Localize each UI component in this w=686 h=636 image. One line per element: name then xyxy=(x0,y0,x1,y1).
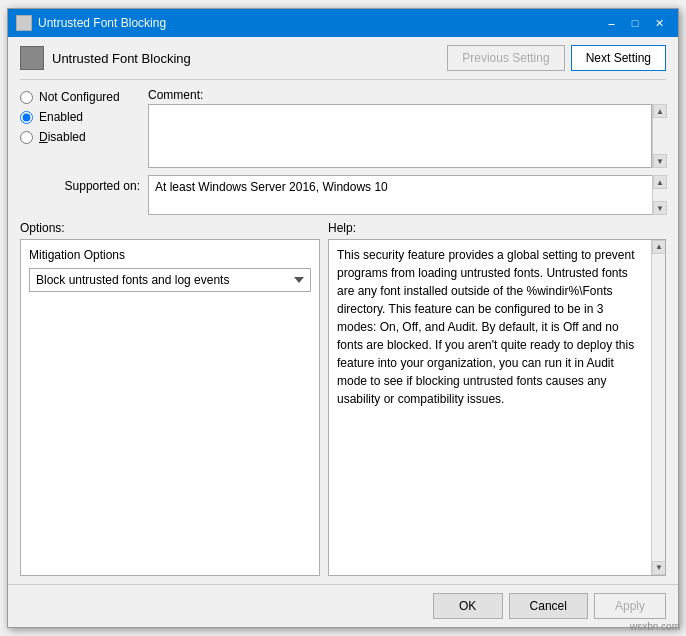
close-button[interactable]: ✕ xyxy=(648,13,670,33)
title-bar: Untrusted Font Blocking ‒ □ ✕ xyxy=(8,9,678,37)
minimize-button[interactable]: ‒ xyxy=(600,13,622,33)
window-icon xyxy=(16,15,32,31)
header-row: Untrusted Font Blocking Previous Setting… xyxy=(20,45,666,80)
ok-button[interactable]: OK xyxy=(433,593,503,619)
help-scroll-up[interactable]: ▲ xyxy=(652,240,666,254)
comment-scrollbar: ▲ ▼ xyxy=(652,104,666,168)
mitigation-label: Mitigation Options xyxy=(29,248,311,262)
apply-button[interactable]: Apply xyxy=(594,593,666,619)
radio-disabled-input[interactable] xyxy=(20,131,33,144)
supported-value-box: At least Windows Server 2016, Windows 10 xyxy=(148,175,666,215)
next-setting-button[interactable]: Next Setting xyxy=(571,45,666,71)
radio-not-configured-input[interactable] xyxy=(20,91,33,104)
watermark: wsxbn.com xyxy=(630,621,680,632)
footer: OK Cancel Apply xyxy=(8,584,678,627)
policy-header-icon xyxy=(20,46,44,70)
help-scroll-down[interactable]: ▼ xyxy=(652,561,666,575)
previous-setting-button[interactable]: Previous Setting xyxy=(447,45,564,71)
radio-not-configured[interactable]: Not Configured xyxy=(20,90,140,104)
content-area: Untrusted Font Blocking Previous Setting… xyxy=(8,37,678,584)
radio-disabled[interactable]: Disabled xyxy=(20,130,140,144)
supported-scroll-down[interactable]: ▼ xyxy=(653,201,667,215)
window-controls: ‒ □ ✕ xyxy=(600,13,670,33)
options-section-label: Options: xyxy=(20,221,320,235)
header-buttons: Previous Setting Next Setting xyxy=(447,45,666,71)
comment-label: Comment: xyxy=(148,88,666,102)
radio-enabled-input[interactable] xyxy=(20,111,33,124)
supported-value: At least Windows Server 2016, Windows 10 xyxy=(155,180,388,194)
bottom-panels: Mitigation Options Block untrusted fonts… xyxy=(20,239,666,576)
supported-scroll-up[interactable]: ▲ xyxy=(653,175,667,189)
help-text: This security feature provides a global … xyxy=(337,246,657,408)
help-scrollbar: ▲ ▼ xyxy=(651,240,665,575)
cancel-button[interactable]: Cancel xyxy=(509,593,588,619)
supported-label: Supported on: xyxy=(20,175,140,193)
maximize-button[interactable]: □ xyxy=(624,13,646,33)
comment-textarea[interactable] xyxy=(148,104,652,168)
help-section-label: Help: xyxy=(328,221,666,235)
radio-enabled[interactable]: Enabled xyxy=(20,110,140,124)
radio-not-configured-label: Not Configured xyxy=(39,90,120,104)
supported-scrollbar: ▲ ▼ xyxy=(652,175,666,215)
radio-group: Not Configured Enabled Disabled xyxy=(20,88,140,171)
radio-disabled-label: Disabled xyxy=(39,130,86,144)
supported-row: Supported on: At least Windows Server 20… xyxy=(20,175,666,215)
section-labels: Options: Help: xyxy=(20,221,666,235)
window-title: Untrusted Font Blocking xyxy=(38,16,600,30)
policy-title: Untrusted Font Blocking xyxy=(52,51,447,66)
options-panel: Mitigation Options Block untrusted fonts… xyxy=(20,239,320,576)
scroll-down-arrow[interactable]: ▼ xyxy=(653,154,667,168)
comment-area: Comment: ▲ ▼ xyxy=(148,88,666,171)
middle-section: Not Configured Enabled Disabled Comment:… xyxy=(20,88,666,171)
help-panel: This security feature provides a global … xyxy=(328,239,666,576)
scroll-up-arrow[interactable]: ▲ xyxy=(653,104,667,118)
mitigation-dropdown[interactable]: Block untrusted fonts and log events Log… xyxy=(29,268,311,292)
main-window: Untrusted Font Blocking ‒ □ ✕ Untrusted … xyxy=(7,8,679,628)
radio-enabled-label: Enabled xyxy=(39,110,83,124)
